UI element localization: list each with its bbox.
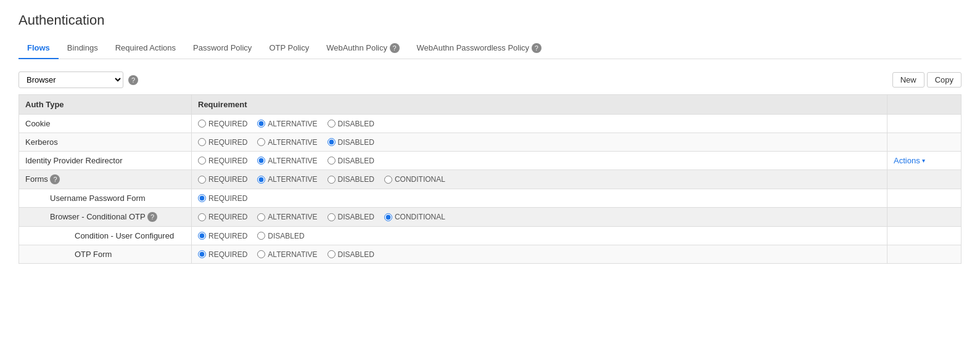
req-disabled-radio[interactable] (327, 213, 336, 221)
req-disabled-radio[interactable] (327, 250, 336, 258)
req-required-radio[interactable] (198, 120, 206, 128)
table-row: Forms ? REQUIRED ALTERNATIVE DISABLED CO… (19, 170, 961, 189)
req-required-radio[interactable] (198, 194, 206, 202)
actions-cell (887, 115, 961, 133)
req-alternative-radio[interactable] (257, 176, 265, 184)
req-alternative-label[interactable]: ALTERNATIVE (257, 120, 317, 128)
tab-otp-policy[interactable]: OTP Policy (260, 38, 318, 59)
actions-cell (887, 133, 961, 152)
req-disabled-label[interactable]: DISABLED (257, 232, 304, 240)
req-conditional-radio[interactable] (384, 213, 392, 221)
req-disabled-label[interactable]: DISABLED (327, 175, 374, 184)
req-alternative-label[interactable]: ALTERNATIVE (257, 213, 317, 221)
flow-select[interactable]: Browser Direct Grant Registration HTTP C… (19, 71, 123, 88)
table-row: OTP Form REQUIRED ALTERNATIVE DISABLED (19, 245, 961, 264)
auth-type-cell: Forms ? (19, 170, 192, 189)
requirement-cell: REQUIRED DISABLED (192, 227, 887, 245)
tab-webauthn-policy[interactable]: WebAuthn Policy ? (318, 38, 408, 59)
req-required-radio[interactable] (198, 250, 206, 258)
req-conditional-label[interactable]: CONDITIONAL (384, 213, 445, 221)
tab-bindings[interactable]: Bindings (59, 38, 107, 59)
auth-type-cell: Kerberos (19, 133, 192, 152)
auth-type-cell: Browser - Conditional OTP ? (19, 208, 192, 227)
req-disabled-label[interactable]: DISABLED (327, 120, 374, 128)
req-required-label[interactable]: REQUIRED (198, 175, 247, 184)
flow-help-icon[interactable]: ? (128, 75, 138, 85)
actions-cell (887, 227, 961, 245)
forms-help-icon[interactable]: ? (50, 174, 60, 184)
requirement-cell: REQUIRED ALTERNATIVE DISABLED (192, 115, 887, 133)
req-alternative-radio[interactable] (257, 250, 265, 258)
req-required-radio[interactable] (198, 157, 206, 165)
req-disabled-label[interactable]: DISABLED (327, 157, 374, 165)
req-alternative-label[interactable]: ALTERNATIVE (257, 175, 317, 184)
chevron-down-icon: ▾ (922, 157, 925, 164)
req-conditional-radio[interactable] (384, 176, 392, 184)
header-actions (887, 95, 961, 115)
req-required-radio[interactable] (198, 138, 206, 146)
header-requirement: Requirement (192, 95, 887, 115)
actions-cell (887, 189, 961, 208)
req-alternative-radio[interactable] (257, 213, 265, 221)
toolbar-right: New Copy (892, 72, 961, 88)
table-row: Kerberos REQUIRED ALTERNATIVE DISABLED (19, 133, 961, 152)
req-alternative-radio[interactable] (257, 138, 265, 146)
actions-cell (887, 245, 961, 264)
req-required-radio[interactable] (198, 213, 206, 221)
actions-cell[interactable]: Actions ▾ (887, 152, 961, 170)
req-alternative-radio[interactable] (257, 120, 265, 128)
req-alternative-label[interactable]: ALTERNATIVE (257, 250, 317, 259)
req-disabled-radio[interactable] (257, 232, 265, 240)
requirement-cell: REQUIRED (192, 189, 887, 208)
req-required-label[interactable]: REQUIRED (198, 213, 247, 221)
webauthn-policy-help-icon[interactable]: ? (390, 43, 400, 53)
header-auth-type: Auth Type (19, 95, 192, 115)
requirement-cell: REQUIRED ALTERNATIVE DISABLED (192, 245, 887, 264)
actions-cell (887, 208, 961, 227)
table-row: Identity Provider Redirector REQUIRED AL… (19, 152, 961, 170)
actions-dropdown[interactable]: Actions ▾ (894, 156, 955, 165)
new-button[interactable]: New (892, 72, 924, 88)
tab-password-policy[interactable]: Password Policy (184, 38, 260, 59)
req-required-label[interactable]: REQUIRED (198, 157, 247, 165)
req-required-radio[interactable] (198, 232, 206, 240)
copy-button[interactable]: Copy (927, 72, 961, 88)
req-disabled-radio[interactable] (327, 176, 336, 184)
conditional-otp-help-icon[interactable]: ? (147, 212, 157, 222)
req-required-label[interactable]: REQUIRED (198, 194, 247, 203)
auth-type-cell: Cookie (19, 115, 192, 133)
req-disabled-radio[interactable] (327, 120, 336, 128)
auth-type-cell: Condition - User Configured (19, 227, 192, 245)
table-row: Browser - Conditional OTP ? REQUIRED ALT… (19, 208, 961, 227)
req-disabled-radio[interactable] (327, 138, 336, 146)
toolbar: Browser Direct Grant Registration HTTP C… (19, 71, 961, 88)
requirement-cell: REQUIRED ALTERNATIVE DISABLED (192, 152, 887, 170)
page-title: Authentication (19, 12, 961, 28)
req-disabled-label[interactable]: DISABLED (327, 138, 374, 147)
tab-required-actions[interactable]: Required Actions (107, 38, 184, 59)
req-required-label[interactable]: REQUIRED (198, 120, 247, 128)
req-required-label[interactable]: REQUIRED (198, 138, 247, 147)
table-row: Username Password Form REQUIRED (19, 189, 961, 208)
req-alternative-label[interactable]: ALTERNATIVE (257, 138, 317, 147)
req-required-label[interactable]: REQUIRED (198, 250, 247, 259)
webauthn-passwordless-help-icon[interactable]: ? (532, 43, 541, 53)
req-required-label[interactable]: REQUIRED (198, 232, 247, 240)
req-alternative-radio[interactable] (257, 157, 265, 165)
tab-flows[interactable]: Flows (19, 38, 59, 59)
auth-type-cell: OTP Form (19, 245, 192, 264)
table-row: Condition - User Configured REQUIRED DIS… (19, 227, 961, 245)
req-conditional-label[interactable]: CONDITIONAL (384, 175, 445, 184)
req-alternative-label[interactable]: ALTERNATIVE (257, 157, 317, 165)
requirement-cell: REQUIRED ALTERNATIVE DISABLED CONDITIONA… (192, 208, 887, 227)
requirement-cell: REQUIRED ALTERNATIVE DISABLED (192, 133, 887, 152)
table-row: Cookie REQUIRED ALTERNATIVE DISABLED (19, 115, 961, 133)
tab-webauthn-passwordless[interactable]: WebAuthn Passwordless Policy ? (408, 38, 550, 59)
req-disabled-label[interactable]: DISABLED (327, 213, 374, 221)
auth-type-cell: Identity Provider Redirector (19, 152, 192, 170)
req-disabled-radio[interactable] (327, 157, 336, 165)
req-required-radio[interactable] (198, 176, 206, 184)
auth-type-cell: Username Password Form (19, 189, 192, 208)
tab-bar: Flows Bindings Required Actions Password… (19, 38, 961, 59)
req-disabled-label[interactable]: DISABLED (327, 250, 374, 259)
